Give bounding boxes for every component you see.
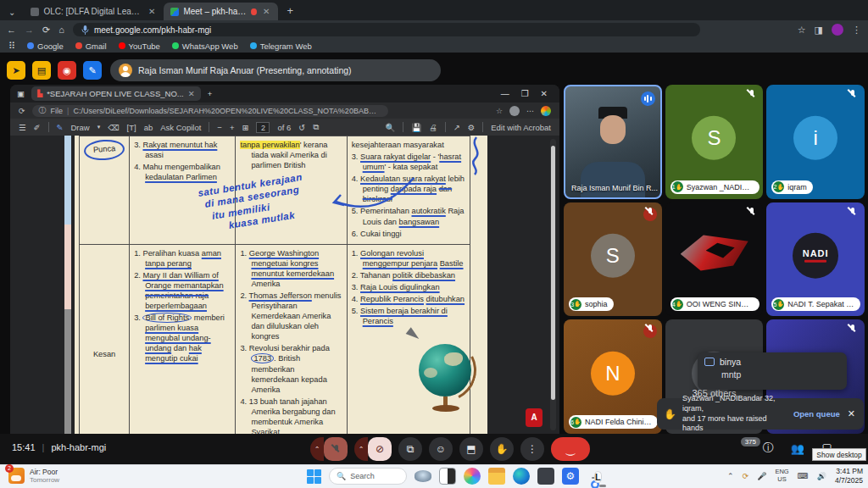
- participant-tile-nadi-sepakat[interactable]: NADI 5✋ NADI T. Sepakat J...: [766, 202, 865, 317]
- browser-tab-meet[interactable]: Meet – pkh-habr-mgi ✕: [164, 3, 278, 20]
- favorites-icon[interactable]: ☆: [496, 107, 503, 115]
- meeting-details-button[interactable]: ⓘ: [763, 441, 774, 456]
- settings-button[interactable]: ⚙: [468, 123, 476, 132]
- browser-menu-icon[interactable]: ⋮: [852, 25, 861, 36]
- extensions-icon[interactable]: ◨: [815, 25, 823, 36]
- zoom-in-button[interactable]: +: [230, 123, 235, 132]
- new-tab-button[interactable]: +: [208, 89, 213, 98]
- forward-button[interactable]: →: [25, 25, 34, 35]
- dismiss-banner-button[interactable]: ✕: [846, 408, 857, 419]
- mic-tray-icon[interactable]: 🎤: [757, 472, 766, 480]
- people-button[interactable]: 👥 375: [791, 442, 804, 455]
- url-bar[interactable]: meet.google.com/pkh-habr-mgi: [73, 23, 700, 36]
- text-button[interactable]: [T]: [127, 123, 136, 132]
- pages-panel-button[interactable]: ⧉: [313, 122, 319, 132]
- file-explorer-icon[interactable]: [488, 468, 505, 485]
- chat-message-popup[interactable]: binya mntp: [698, 352, 847, 390]
- touch-keyboard-icon[interactable]: ⌨: [798, 472, 809, 480]
- start-button[interactable]: [307, 469, 321, 484]
- copilot-icon[interactable]: [541, 106, 551, 116]
- participant-tile-syazwan[interactable]: S 1✋ Syazwan _NADIBa...: [665, 85, 764, 199]
- search-document-button[interactable]: 🔍: [386, 123, 396, 132]
- share-button[interactable]: ↗: [453, 123, 460, 132]
- bookmark-telegram[interactable]: Telegram Web: [250, 42, 312, 51]
- tab-actions-icon[interactable]: ▣: [17, 89, 25, 98]
- participant-tile-nadi-felda[interactable]: N 6✋ NADI Felda Chini T...: [564, 319, 662, 434]
- pdf-reload-button[interactable]: ⟳: [19, 107, 25, 115]
- taskbar-search[interactable]: 🔍 Search: [329, 468, 407, 485]
- ask-copilot-button[interactable]: Ask Copilot: [160, 123, 201, 132]
- draw-dropdown-icon[interactable]: ▾: [97, 124, 101, 130]
- fit-width-button[interactable]: ⊞: [242, 123, 248, 132]
- tab-search-chevron[interactable]: ⌄: [0, 8, 24, 20]
- open-queue-button[interactable]: Open queue: [793, 409, 840, 419]
- bookmark-whatsapp[interactable]: WhatsApp Web: [172, 42, 238, 51]
- window-close-button[interactable]: ✕: [541, 89, 548, 98]
- new-tab-button[interactable]: +: [278, 4, 302, 20]
- participant-tile-sophia[interactable]: S 3✋ sophia: [564, 202, 662, 317]
- participant-tile-iqram[interactable]: i 2✋ iqram: [766, 85, 865, 199]
- reactions-button[interactable]: ☺: [429, 437, 453, 461]
- close-pdf-tab-icon[interactable]: ✕: [188, 89, 195, 98]
- read-aloud-button[interactable]: ab: [144, 123, 153, 132]
- pointer-tool-button[interactable]: ➤: [7, 61, 25, 80]
- pdf-tab[interactable]: ▙ *SEJARAH OPEN LIVE CLASS_NO... ✕: [31, 86, 201, 101]
- copilot-icon[interactable]: [464, 468, 481, 485]
- annotate-button[interactable]: ✐: [34, 123, 41, 132]
- back-button[interactable]: ←: [7, 25, 16, 35]
- bookmark-gmail[interactable]: Gmail: [75, 42, 107, 51]
- task-view-icon[interactable]: [439, 468, 456, 485]
- more-options-button[interactable]: ⋮: [520, 437, 544, 461]
- participant-tile-presenter[interactable]: Raja Isman Munif Bin R...: [564, 85, 662, 199]
- raise-hand-button[interactable]: ✋: [490, 437, 514, 461]
- window-maximize-button[interactable]: ❐: [521, 89, 529, 98]
- mic-options-chevron[interactable]: ⌃: [310, 437, 324, 461]
- volume-icon[interactable]: 🔊: [817, 472, 826, 480]
- present-button[interactable]: ⬒: [459, 437, 483, 461]
- print-button[interactable]: 🖨: [429, 123, 437, 132]
- apps-grid-icon[interactable]: ⠿: [8, 41, 15, 52]
- camera-button[interactable]: ⊘: [368, 437, 392, 461]
- bookmark-star-icon[interactable]: ☆: [798, 25, 806, 36]
- save-button[interactable]: 💾: [411, 123, 421, 132]
- edge-menu-icon[interactable]: ⋯: [526, 107, 534, 115]
- participant-tile-ooi[interactable]: 4✋ OOI WENG SING ...: [665, 202, 764, 317]
- close-tab-icon[interactable]: ✕: [261, 7, 271, 16]
- edit-with-acrobat-button[interactable]: Edit with Acrobat: [491, 123, 551, 132]
- record-button[interactable]: ◉: [58, 61, 76, 80]
- mic-button[interactable]: [324, 437, 348, 461]
- share-screen-button[interactable]: ⧉: [398, 437, 422, 461]
- bookmark-google[interactable]: Google: [27, 42, 64, 51]
- weather-widget[interactable]: 2 Air: Poor Tomorrow: [8, 468, 59, 484]
- window-minimize-button[interactable]: —: [501, 89, 509, 98]
- update-tray-icon[interactable]: ⟳: [743, 472, 749, 480]
- pdf-scrollbar-thumb[interactable]: [551, 146, 555, 400]
- tray-chevron-icon[interactable]: ⌃: [727, 472, 734, 480]
- page-number-input[interactable]: 2: [256, 122, 270, 133]
- end-call-button[interactable]: ⏝: [551, 437, 590, 461]
- edge-profile-avatar[interactable]: [509, 106, 520, 116]
- zoom-out-button[interactable]: −: [217, 123, 222, 132]
- toc-button[interactable]: ☰: [19, 123, 26, 132]
- taskbar-clock[interactable]: 3:41 PM4/7/2025: [835, 467, 863, 485]
- pdf-scrollbar[interactable]: [550, 139, 556, 430]
- pdf-url-field[interactable]: ⓘ File | C:/Users/DiLeef/Downloads/SEJAR…: [32, 105, 388, 117]
- camera-options-chevron[interactable]: ⌃: [354, 437, 368, 461]
- edge-icon[interactable]: [513, 468, 530, 485]
- pen-tool-button[interactable]: ✎: [83, 61, 102, 80]
- draw-button[interactable]: Draw: [70, 123, 89, 132]
- bookmark-youtube[interactable]: YouTube: [119, 42, 160, 51]
- notes-tool-button[interactable]: ▤: [32, 61, 51, 80]
- store-icon[interactable]: [537, 468, 554, 485]
- widgets-icon[interactable]: [415, 470, 431, 482]
- active-app-icon[interactable]: L: [594, 469, 602, 485]
- browser-tab-olc[interactable]: OLC: [DLFA Digital Learning] O ✕: [24, 3, 164, 20]
- reload-button[interactable]: ⟳: [42, 25, 50, 36]
- home-button[interactable]: ⌂: [58, 25, 64, 35]
- close-tab-icon[interactable]: ✕: [147, 7, 157, 16]
- acrobat-floating-button[interactable]: A: [526, 408, 542, 427]
- language-indicator[interactable]: ENGUS: [775, 469, 788, 483]
- rotate-button[interactable]: ↺: [298, 123, 305, 132]
- profile-avatar[interactable]: [832, 24, 843, 36]
- settings-icon[interactable]: ⚙: [562, 468, 579, 485]
